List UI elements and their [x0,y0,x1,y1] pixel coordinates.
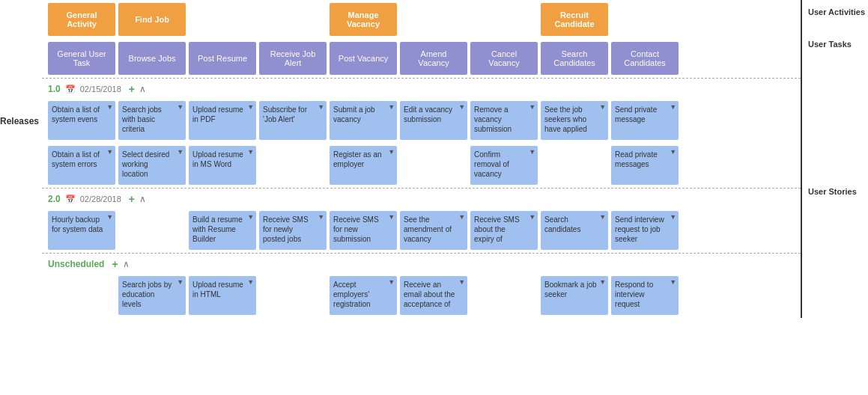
story-receive-sms-expiry[interactable]: Receive SMS about the expiry of ▼ [470,211,538,250]
right-column: User Activities User Tasks User Stories [801,0,868,318]
story-see-job-seekers[interactable]: See the job seekers who have applied ▼ [541,101,608,140]
story-search-jobs-basic[interactable]: Search jobs with basic criteria ▼ [118,101,186,140]
activity-manage-vacancy[interactable]: Manage Vacancy [330,3,397,36]
story-respond-interview[interactable]: Respond to interview request ▼ [611,276,679,315]
story-dropdown-icon[interactable]: ▼ [247,148,254,156]
story-see-amendment[interactable]: See the amendment of vacancy ▼ [400,211,467,250]
task-amend-vacancy[interactable]: Amend Vacancy [400,42,467,75]
story-spacer-u-3 [259,276,327,315]
story-dropdown-icon[interactable]: ▼ [599,103,606,111]
activity-spacer-5 [400,3,467,36]
release-1-row-1: Obtain a list of system evens ▼ Search j… [42,98,801,143]
story-dropdown-icon[interactable]: ▼ [670,278,676,286]
task-contact-candidates[interactable]: Contact Candidates [611,42,679,75]
story-dropdown-icon[interactable]: ▼ [247,103,254,111]
activity-find-job[interactable]: Find Job [118,3,186,36]
task-post-vacancy[interactable]: Post Vacancy [330,42,397,75]
story-dropdown-icon[interactable]: ▼ [318,103,324,111]
story-search-candidates[interactable]: Search candidates ▼ [541,211,608,250]
story-dropdown-icon[interactable]: ▼ [177,278,183,286]
story-edit-vacancy-submission[interactable]: Edit a vacancy submission ▼ [400,101,467,140]
releases-label: Releases [0,116,39,126]
right-label-user-stories: User Stories [808,187,857,196]
unscheduled-add-button[interactable]: + [112,258,118,270]
story-receive-email-acceptance[interactable]: Receive an email about the acceptance of… [400,276,467,315]
story-dropdown-icon[interactable]: ▼ [599,278,606,286]
story-receive-sms-posted[interactable]: Receive SMS for newly posted jobs ▼ [259,211,327,250]
story-dropdown-icon[interactable]: ▼ [177,148,183,156]
activity-general[interactable]: General Activity [48,3,115,36]
story-read-private-messages[interactable]: Read private messages ▼ [611,146,679,185]
release-1-add-button[interactable]: + [129,83,135,95]
task-search-candidates[interactable]: Search Candidates [541,42,608,75]
story-dropdown-icon[interactable]: ▼ [458,103,465,111]
unscheduled-collapse-button[interactable]: ∧ [123,259,130,269]
task-post-resume[interactable]: Post Resume [189,42,256,75]
story-subscribe-job-alert[interactable]: Subscribe for 'Job Alert' ▼ [259,101,327,140]
right-label-stories-section: User Stories [808,64,868,318]
story-send-interview-request[interactable]: Send interview request to job seeker ▼ [611,211,679,250]
story-dropdown-icon[interactable]: ▼ [247,213,254,221]
center-column: General Activity Find Job Manage Vacancy… [42,0,801,318]
story-dropdown-icon[interactable]: ▼ [106,213,113,221]
story-dropdown-icon[interactable]: ▼ [599,213,606,221]
story-dropdown-icon[interactable]: ▼ [318,213,324,221]
story-upload-resume-html[interactable]: Upload resume in HTML ▼ [189,276,256,315]
story-spacer-1-2-5 [400,146,467,185]
story-confirm-removal[interactable]: Confirm removal of vacancy ▼ [470,146,538,185]
unscheduled-header: Unscheduled + ∧ [42,253,801,273]
story-dropdown-icon[interactable]: ▼ [106,148,113,156]
activity-spacer-3 [259,3,327,36]
activity-recruit-candidate[interactable]: Recruit Candidate [541,3,608,36]
story-obtain-list-errors[interactable]: Obtain a list of system errors ▼ [48,146,115,185]
task-general-user[interactable]: General User Task [48,42,115,75]
story-spacer-u-0 [48,276,115,315]
story-obtain-list-evens[interactable]: Obtain a list of system evens ▼ [48,101,115,140]
story-dropdown-icon[interactable]: ▼ [670,148,676,156]
story-dropdown-icon[interactable]: ▼ [670,213,676,221]
story-dropdown-icon[interactable]: ▼ [106,103,113,111]
task-cancel-vacancy[interactable]: Cancel Vacancy [470,42,538,75]
story-dropdown-icon[interactable]: ▼ [247,278,254,286]
story-dropdown-icon[interactable]: ▼ [529,148,535,156]
story-hourly-backup[interactable]: Hourly backup for system data ▼ [48,211,115,250]
story-bookmark-job-seeker[interactable]: Bookmark a job seeker ▼ [541,276,608,315]
story-dropdown-icon[interactable]: ▼ [529,103,535,111]
story-select-working-location[interactable]: Select desired working location ▼ [118,146,186,185]
story-dropdown-icon[interactable]: ▼ [388,278,395,286]
story-dropdown-icon[interactable]: ▼ [388,148,395,156]
story-build-resume-builder[interactable]: Build a resume with Resume Builder ▼ [189,211,256,250]
left-column: Releases [0,0,42,318]
unscheduled-label: Unscheduled [48,259,104,269]
story-submit-job-vacancy[interactable]: Submit a job vacancy ▼ [330,101,397,140]
story-dropdown-icon[interactable]: ▼ [458,213,465,221]
release-1-collapse-button[interactable]: ∧ [139,84,146,94]
story-accept-employers[interactable]: Accept employers' registration ▼ [330,276,397,315]
story-spacer-1-2-3 [259,146,327,185]
story-dropdown-icon[interactable]: ▼ [670,103,676,111]
story-spacer-1-2-7 [541,146,608,185]
calendar-icon-2: 📅 [65,195,76,204]
story-upload-resume-pdf[interactable]: Upload resume in PDF ▼ [189,101,256,140]
story-dropdown-icon[interactable]: ▼ [458,278,465,286]
task-receive-job-alert[interactable]: Receive Job Alert [259,42,327,75]
release-2-collapse-button[interactable]: ∧ [139,194,146,204]
story-search-by-education[interactable]: Search jobs by education levels ▼ [118,276,186,315]
right-label-user-activities: User Activities [808,7,865,16]
story-remove-vacancy-submission[interactable]: Remove a vacancy submission ▼ [470,101,538,140]
right-label-tasks-section: User Tasks [808,24,868,64]
release-2-add-button[interactable]: + [129,193,135,205]
release-2-row-1: Hourly backup for system data ▼ Build a … [42,208,801,253]
story-receive-sms-submission[interactable]: Receive SMS for new submission ▼ [330,211,397,250]
story-dropdown-icon[interactable]: ▼ [388,103,395,111]
story-upload-resume-ms-word[interactable]: Upload resume in MS Word ▼ [189,146,256,185]
story-dropdown-icon[interactable]: ▼ [388,213,395,221]
story-dropdown-icon[interactable]: ▼ [177,103,183,111]
story-register-employer[interactable]: Register as an employer ▼ [330,146,397,185]
story-dropdown-icon[interactable]: ▼ [529,213,535,221]
release-1-date: 02/15/2018 [80,85,121,94]
story-send-private-message[interactable]: Send private message ▼ [611,101,679,140]
task-browse-jobs[interactable]: Browse Jobs [118,42,186,75]
tasks-row: General User Task Browse Jobs Post Resum… [42,39,801,78]
activity-spacer-8 [611,3,679,36]
